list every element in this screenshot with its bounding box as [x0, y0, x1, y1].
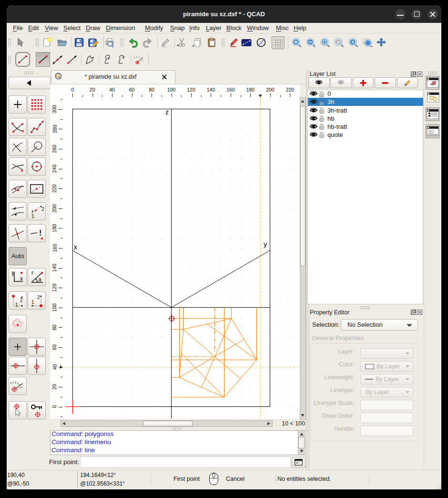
svg-text:80: 80 — [149, 87, 154, 93]
svg-text:220: 220 — [52, 184, 58, 193]
svg-text:240: 240 — [52, 165, 58, 173]
svg-text:0: 0 — [71, 87, 74, 93]
svg-text:120: 120 — [52, 283, 58, 292]
svg-text:y: y — [264, 240, 267, 248]
svg-text:x: x — [74, 243, 77, 251]
svg-text:260: 260 — [52, 145, 58, 153]
svg-text:20: 20 — [90, 87, 95, 93]
svg-text:60: 60 — [129, 87, 135, 93]
svg-text:140: 140 — [52, 264, 58, 272]
svg-text:180: 180 — [52, 224, 58, 232]
svg-text:40: 40 — [52, 364, 58, 370]
svg-text:100: 100 — [167, 87, 176, 93]
svg-text:160: 160 — [226, 87, 235, 93]
svg-text:300: 300 — [52, 105, 58, 114]
svg-text:20: 20 — [52, 384, 58, 390]
svg-text:1: 1 — [31, 213, 34, 219]
svg-text:x: x — [20, 275, 23, 282]
svg-text:0: 0 — [52, 405, 58, 408]
svg-text:280: 280 — [52, 125, 58, 134]
svg-text:2: 2 — [37, 295, 40, 300]
svg-text:a: a — [38, 276, 41, 283]
svg-text:1: 1 — [15, 302, 18, 308]
svg-text:180: 180 — [246, 87, 255, 93]
svg-text:200: 200 — [52, 204, 58, 213]
svg-text:160: 160 — [52, 244, 58, 252]
svg-text:z: z — [165, 108, 169, 116]
svg-text:!: ! — [39, 229, 41, 237]
svg-text:2: 2 — [41, 206, 44, 212]
svg-text:220: 220 — [286, 87, 295, 93]
svg-text:2: 2 — [20, 298, 23, 303]
svg-text:80: 80 — [52, 324, 58, 330]
svg-text:y: y — [11, 270, 14, 276]
svg-text:1: 1 — [31, 300, 34, 305]
svg-text:60: 60 — [52, 344, 58, 350]
svg-text:120: 120 — [187, 87, 195, 93]
svg-text:r: r — [31, 270, 33, 276]
svg-text:200: 200 — [266, 87, 275, 93]
svg-text:140: 140 — [207, 87, 215, 93]
svg-text:40: 40 — [109, 87, 115, 93]
svg-text:100: 100 — [52, 303, 58, 312]
